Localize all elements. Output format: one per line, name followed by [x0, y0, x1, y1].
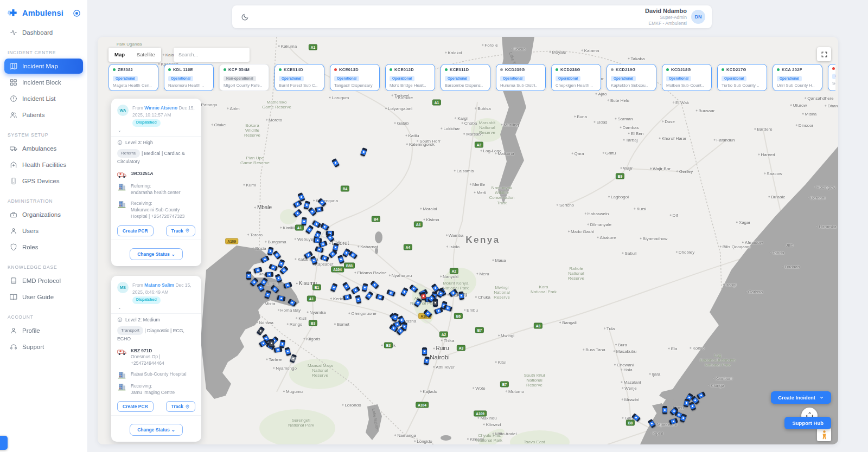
map-town-label: Qara [572, 151, 584, 156]
map-town-label: Sericho [557, 203, 574, 208]
sidebar-item-users[interactable]: Users [4, 223, 83, 238]
sidebar-item-roles[interactable]: Roles [4, 240, 83, 255]
create-incident-button[interactable]: Create Incident [771, 391, 831, 404]
map-town-label: Maikona [495, 151, 514, 156]
ambulance-marker[interactable] [314, 238, 322, 243]
map-type-satellite[interactable]: Satellite [131, 48, 161, 62]
create-pcr-button[interactable]: Create PCR [117, 401, 154, 412]
ambulance-marker[interactable] [662, 406, 667, 414]
ambulance-marker[interactable] [246, 272, 251, 280]
incident-status-badge: Dispatched [132, 119, 161, 127]
shield-icon [10, 243, 17, 251]
map-town-label: Abim [227, 106, 239, 111]
sidebar-item-support[interactable]: Support [4, 339, 83, 354]
map-town-label: Tabda [770, 250, 784, 255]
vehicle-facility: So [832, 81, 835, 86]
road-badge: A3 [457, 345, 465, 351]
support-hub-button[interactable]: Support Hub [784, 417, 831, 429]
incident-card-2[interactable]: MS From Matano Salim Dec 15, 2025, 8:46:… [111, 276, 201, 442]
map-town-label: Chuka [475, 295, 490, 300]
ambulance-marker[interactable] [301, 217, 307, 226]
map-town-label: Kiunga [708, 383, 724, 388]
vehicle-card-KCD218G[interactable]: KCD218G Operational Moiben Sub-Count.. [662, 64, 712, 91]
avatar[interactable]: DN [691, 10, 705, 24]
sidebar-item-incident-list[interactable]: Incident List [4, 91, 83, 106]
map-town-label: Mutomo [506, 389, 524, 394]
vehicle-card-KCD239G[interactable]: KCD239G Operational Huruma Sub-Distri.. [496, 64, 546, 91]
collapse-chevron-icon[interactable]: ⌄ [118, 305, 195, 310]
sidebar-item-incident-block[interactable]: Incident Block [4, 75, 83, 90]
vehicle-card-ZE3082[interactable]: ZE3082 Operational Mageta Health Cen.. [108, 64, 158, 91]
map-town-label: Wote [473, 386, 486, 391]
ambulance-marker[interactable] [269, 339, 274, 347]
reporter-name[interactable]: Winnie Atsieno [144, 105, 177, 111]
search-input[interactable] [174, 48, 250, 62]
sidebar-item-patients[interactable]: Patients [4, 107, 83, 122]
sidebar-item-profile[interactable]: Profile [4, 323, 83, 338]
vehicle-card-KCE011D[interactable]: KCE011D Operational Barsombe Dispens.. [441, 64, 490, 91]
sidebar-item-user-guide[interactable]: User Guide [4, 289, 83, 305]
reporter-name[interactable]: Matano Salim [144, 282, 174, 288]
map-town-label: Mbita [262, 301, 276, 306]
vehicle-card-partial[interactable]: Op So [828, 64, 835, 91]
vehicle-plate: 19CG251A [131, 171, 154, 176]
map-town-label: Nyahururu [389, 273, 412, 278]
sidebar-item-incident-map[interactable]: Incident Map [4, 59, 83, 74]
map-town-label: Meru [476, 272, 489, 276]
map-town-label: Webuye [295, 237, 313, 242]
dark-mode-icon[interactable] [241, 13, 249, 21]
sidebar-item-health-facilities[interactable]: Health Facilities [4, 157, 83, 172]
vehicle-card-KCE012D[interactable]: KCE012D Operational Moi's Bridge Healt.. [385, 64, 435, 91]
divider [111, 136, 201, 137]
change-status-button[interactable]: Change Status ⌄ [130, 424, 183, 436]
vehicle-card-KCP-554M[interactable]: KCP 554M Non-operational Migori County R… [219, 64, 269, 91]
map-town-label: Homa Bay [278, 308, 301, 313]
vehicle-status-badge: Operational [445, 76, 470, 81]
incident-card-1[interactable]: WA From Winnie Atsieno Dec 15, 2025, 10:… [111, 99, 201, 266]
collapse-chevron-icon[interactable]: ⌄ [118, 128, 195, 133]
vehicle-card-KCD217G[interactable]: KCD217G Operational Turbo Sub County .. [717, 64, 767, 91]
map-town-label: Fafahdun [714, 138, 735, 143]
map-type-map[interactable]: Map [108, 48, 131, 62]
vehicle-card-KCA-202F[interactable]: KCA 202F Operational Uriri Sub County H.… [773, 64, 822, 91]
ambulance-marker[interactable] [265, 272, 273, 277]
ambulance-marker[interactable] [458, 291, 464, 300]
sidebar-item-gps-devices[interactable]: GPS Devices [4, 173, 83, 189]
sidebar-item-dashboard[interactable]: Dashboard [4, 25, 83, 40]
vehicle-plate: KCD218G [666, 67, 707, 72]
map-town-label: South Horr [417, 139, 441, 144]
divider [111, 313, 201, 314]
map-town-label: Kimilili [280, 225, 295, 230]
incident-header: WA From Winnie Atsieno Dec 15, 2025, 10:… [117, 105, 195, 127]
user-menu[interactable]: David Ndambo Super-Admin EMKF - Ambulens… [645, 8, 705, 27]
map-town-label: Mnazini [622, 397, 640, 402]
street-view-pegman[interactable] [817, 428, 831, 441]
vehicle-card-KCE013D[interactable]: KCE013D Operational Tangasir Dispensary [330, 64, 380, 91]
create-pcr-button[interactable]: Create PCR [117, 225, 154, 236]
vehicle-status-badge: Operational [777, 76, 802, 81]
vehicle-card-KCE014D[interactable]: KCE014D Operational Burnt Forest Sub C.. [275, 64, 324, 91]
incident-map[interactable]: KalapataKaabongKakumaKalokolLorugumTurkw… [98, 37, 838, 444]
sidebar-collapse-icon[interactable] [73, 9, 81, 17]
status-dot [113, 68, 116, 71]
ambulance-marker[interactable] [433, 299, 438, 307]
vehicle-plate: ZE3082 [113, 67, 154, 72]
vehicle-facility: Moiben Sub-Count.. [666, 83, 707, 88]
sidebar-section-knowledge-base: KNOWLEDGE BASE [0, 256, 87, 272]
vehicle-card-KDL-116E[interactable]: KDL 116E Operational Naromoru Health .. [164, 64, 214, 91]
sidebar-item-organizations[interactable]: Organizations [4, 207, 83, 222]
vehicle-card-KCD238G[interactable]: KCD238G Operational Chepkigen Health .. [551, 64, 601, 91]
map-town-label: Irangi [723, 282, 736, 287]
fullscreen-button[interactable] [817, 47, 831, 61]
track-button[interactable]: Track [166, 225, 195, 236]
sidebar-item-emd-protocol[interactable]: EMD Protocol [4, 273, 83, 288]
sidebar-item-ambulances[interactable]: Ambulances [4, 141, 83, 156]
change-status-button[interactable]: Change Status ⌄ [130, 248, 183, 260]
vehicle-card-KCD219G[interactable]: KCD219G Operational Kapteldon Subcou.. [607, 64, 656, 91]
map-town-label: Dif [670, 213, 678, 218]
chat-widget[interactable] [0, 436, 8, 450]
map-city-label: Ruiru [433, 345, 449, 351]
vehicle-plate: KCP 554M [224, 67, 265, 72]
ambulance-marker[interactable] [422, 347, 427, 356]
track-button[interactable]: Track [166, 401, 195, 412]
